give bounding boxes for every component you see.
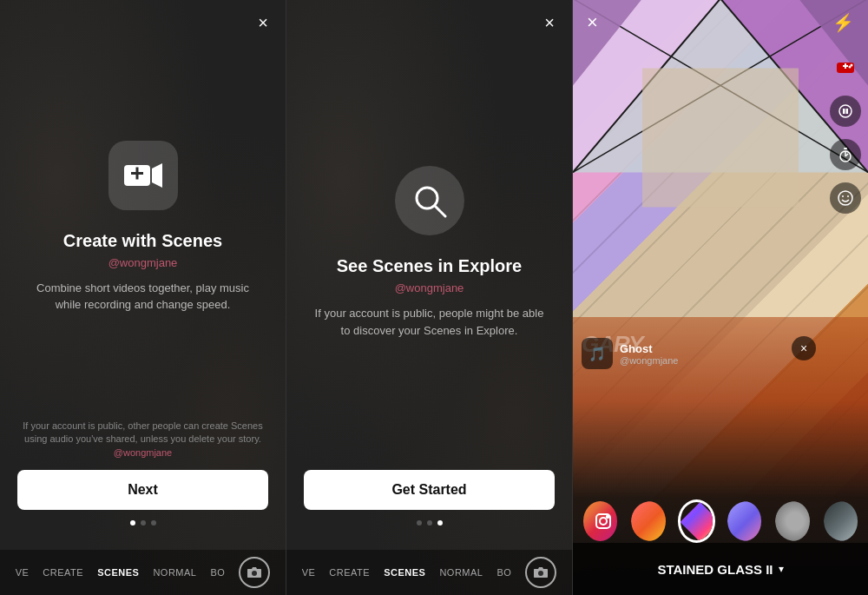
svg-point-36 [600,518,607,525]
create-scenes-icon [108,141,178,210]
filter-tray [573,499,868,543]
get-started-button[interactable]: Get Started [304,470,555,510]
camera-icon-2[interactable] [525,557,556,588]
stained-glass-label: STAINED GLASS II [657,562,773,577]
right-topbar: × ⚡ [573,0,868,45]
panel-camera: GARY × ⚡ [573,0,868,595]
nav-scenes-1[interactable]: SCENES [97,567,139,578]
dot-5 [427,520,432,526]
bottom-nav-2: VE CREATE SCENES NORMAL BO [286,550,572,595]
close-button-right[interactable]: × [587,13,598,32]
explore-scenes-icon [395,166,464,235]
svg-marker-17 [642,68,799,207]
camera-icon-1[interactable] [239,557,270,588]
panel2-title: See Scenes in Explore [337,256,522,276]
nav-create-2[interactable]: CREATE [329,567,370,578]
filter-circle-2 [727,501,763,541]
pause-icon[interactable] [830,96,861,127]
panel2-description: If your account is public, people might … [312,305,546,339]
filter-item-4[interactable] [726,499,763,543]
dismiss-button[interactable]: × [792,336,816,360]
panel1-bottom: If your account is public, other people … [0,420,286,550]
svg-rect-27 [846,109,849,114]
svg-point-37 [607,516,608,518]
dot-3 [151,520,156,526]
svg-rect-3 [135,167,138,179]
close-button-1[interactable]: × [258,14,268,31]
emoji-icon[interactable] [830,182,861,214]
svg-rect-29 [844,148,847,149]
filter-item-2[interactable] [629,499,667,543]
ghost-icon[interactable]: 🎵 [582,338,613,369]
right-bottom-bar: STAINED GLASS II ▾ [573,543,868,595]
ghost-info: Ghost @wongmjane [620,342,678,366]
svg-point-24 [851,64,853,67]
svg-point-7 [538,571,543,576]
nav-bo-2[interactable]: BO [496,567,511,578]
dot-4 [417,520,422,526]
dots-indicator-1 [17,520,268,526]
ghost-label: 🎵 Ghost @wongmjane [582,338,678,369]
svg-rect-26 [843,109,845,114]
filter-circle-3 [775,501,811,541]
dot-1 [130,520,135,526]
ghost-title: Ghost [620,342,678,355]
dot-2 [141,520,146,526]
svg-rect-22 [845,63,846,69]
filter-item-ig[interactable] [582,499,619,543]
svg-point-33 [842,195,844,197]
panel2-bottom: Get Started [286,470,572,550]
game-icon[interactable] [830,52,861,83]
ghost-username: @wongmjane [620,355,678,366]
panel2-username: @wongmjane [395,281,464,294]
side-icons [823,43,868,222]
nav-normal-2[interactable]: NORMAL [439,567,483,578]
filter-item-6[interactable] [822,499,859,543]
nav-create-1[interactable]: CREATE [43,567,83,578]
filter-item-5[interactable] [773,499,811,543]
svg-point-34 [847,195,849,197]
filter-diamond-shape [681,502,716,542]
svg-point-25 [839,105,852,117]
filter-item-diamond[interactable] [678,499,716,543]
nav-ve-2[interactable]: VE [302,567,316,578]
filter-circle-4 [824,501,859,541]
filter-ig-icon [583,501,619,541]
dots-indicator-2 [304,520,555,526]
panel1-footnote-username: @wongmjane [114,447,172,458]
next-button[interactable]: Next [17,470,268,510]
nav-ve-1[interactable]: VE [16,567,30,578]
flash-icon[interactable]: ⚡ [832,12,854,33]
nav-bo-1[interactable]: BO [210,567,225,578]
panel1-description: Combine short videos together, play musi… [26,280,260,314]
panel1-username: @wongmjane [108,256,178,269]
panel1-title: Create with Scenes [63,231,222,251]
panel2-content: See Scenes in Explore @wongmjane If your… [286,35,572,470]
svg-line-6 [435,206,445,216]
dot-6 [437,520,443,526]
svg-point-32 [838,191,852,205]
bottom-nav-1: VE CREATE SCENES NORMAL BO [0,550,286,595]
svg-point-4 [252,571,257,576]
timer-icon[interactable] [830,139,861,170]
nav-normal-1[interactable]: NORMAL [153,567,196,578]
svg-marker-1 [152,163,162,188]
filter-circle-1 [631,501,667,541]
chevron-down-icon[interactable]: ▾ [779,563,784,575]
panel1-content: Create with Scenes @wongmjane Combine sh… [0,35,286,420]
panel1-footnote: If your account is public, other people … [17,420,268,459]
nav-scenes-2[interactable]: SCENES [384,567,425,578]
panel-see-scenes: × See Scenes in Explore @wongmjane If yo… [286,0,573,595]
close-button-2[interactable]: × [544,14,555,31]
panel-create-scenes: × Create with Scenes @wongmjane Combine … [0,0,286,595]
